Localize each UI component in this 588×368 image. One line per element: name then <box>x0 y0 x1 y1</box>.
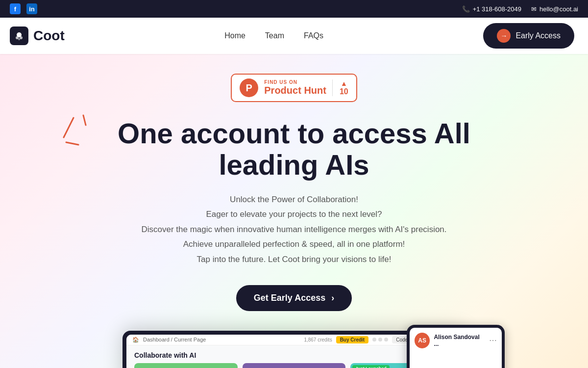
buy-credit-badge[interactable]: Buy Credit <box>336 336 369 343</box>
svg-point-1 <box>16 36 19 39</box>
phone-dots-icon: ⋯ <box>489 336 497 345</box>
nav-home[interactable]: Home <box>224 31 245 40</box>
nav-team[interactable]: Team <box>265 31 284 40</box>
nav-faqs[interactable]: FAQs <box>304 31 323 40</box>
early-access-label: Early Access <box>515 31 561 40</box>
svg-line-5 <box>83 115 86 125</box>
ph-upvote-icon: ▲ <box>341 79 347 87</box>
dashboard-icon: 🏠 <box>132 337 139 343</box>
contact-info: 📞 +1 318-608-2049 ✉ hello@coot.ai <box>462 5 578 13</box>
email-icon: ✉ <box>531 5 537 13</box>
subtitle-line-4: Achieve unparalleled perfection & speed,… <box>141 237 446 252</box>
phone-icon: 📞 <box>462 5 470 13</box>
phone-link[interactable]: 📞 +1 318-608-2049 <box>462 5 521 13</box>
facebook-icon[interactable]: f <box>10 3 21 14</box>
cta-button[interactable]: Get Early Access › <box>236 285 352 311</box>
hero-section: P FIND US ON Product Hunt ▲ 10 One accou… <box>0 54 588 368</box>
phone-contact-row: AS Alison Sandoval ... ⋯ <box>415 333 497 348</box>
breadcrumb-text: Dashboard / Current Page <box>143 337 206 342</box>
logo-text: Coot <box>33 28 65 44</box>
linkedin-icon[interactable]: in <box>26 3 37 14</box>
hero-subtitle: Unlock the Power of Collaboration! Eager… <box>141 192 446 267</box>
ph-vote-count: 10 <box>340 87 348 96</box>
subtitle-line-2: Eager to elevate your projects to the ne… <box>141 207 446 222</box>
svg-point-2 <box>20 36 23 39</box>
credits-text: 1,867 credits <box>304 337 332 342</box>
app-preview-container: 🏠 Dashboard / Current Page 1,867 credits… <box>122 331 466 368</box>
email-link[interactable]: ✉ hello@coot.ai <box>531 5 578 13</box>
logo-icon <box>10 26 28 45</box>
product-hunt-text: FIND US ON Product Hunt <box>264 79 326 96</box>
top-bar: f in 📞 +1 318-608-2049 ✉ hello@coot.ai <box>0 0 588 18</box>
decorative-lines <box>59 113 98 154</box>
hero-title: One account to access All leading AIs <box>74 118 514 181</box>
collaborate-label: Collaborate with AI <box>134 351 454 359</box>
svg-line-4 <box>64 118 74 137</box>
arrow-icon: → <box>497 29 511 43</box>
app-card-green <box>134 363 238 368</box>
phone-number: +1 318-608-2049 <box>473 5 521 13</box>
app-card-purple <box>243 363 346 368</box>
subtitle-line-3: Discover the magic when innovative human… <box>141 222 446 237</box>
phone-contact-name: Alison Sandoval ... <box>434 334 485 347</box>
navbar: Coot Home Team FAQs → Early Access <box>0 18 588 54</box>
early-access-button[interactable]: → Early Access <box>483 23 574 49</box>
app-cards-row: Just Launched <box>134 363 454 368</box>
launched-badge: Just Launched <box>352 365 390 368</box>
nav-links: Home Team FAQs <box>224 31 323 40</box>
ph-votes: ▲ 10 <box>332 79 348 96</box>
subtitle-line-1: Unlock the Power of Collaboration! <box>141 192 446 208</box>
product-hunt-logo: P <box>240 79 258 97</box>
chevron-right-icon: › <box>331 293 334 303</box>
social-links: f in <box>10 3 37 14</box>
svg-line-6 <box>66 142 78 145</box>
cta-label: Get Early Access <box>254 293 325 303</box>
phone-contact-info: Alison Sandoval ... <box>434 334 485 347</box>
email-address: hello@coot.ai <box>539 5 578 13</box>
ph-name: Product Hunt <box>264 85 326 96</box>
product-hunt-badge[interactable]: P FIND US ON Product Hunt ▲ 10 <box>231 74 357 102</box>
svg-point-3 <box>18 38 20 40</box>
phone-mockup: AS Alison Sandoval ... ⋯ <box>407 325 505 368</box>
logo-link[interactable]: Coot <box>10 26 65 45</box>
subtitle-line-5: Tap into the future. Let Coot bring your… <box>141 252 446 267</box>
phone-inner: AS Alison Sandoval ... ⋯ <box>410 328 502 368</box>
ph-find-label: FIND US ON <box>264 79 326 85</box>
phone-avatar: AS <box>415 333 430 348</box>
